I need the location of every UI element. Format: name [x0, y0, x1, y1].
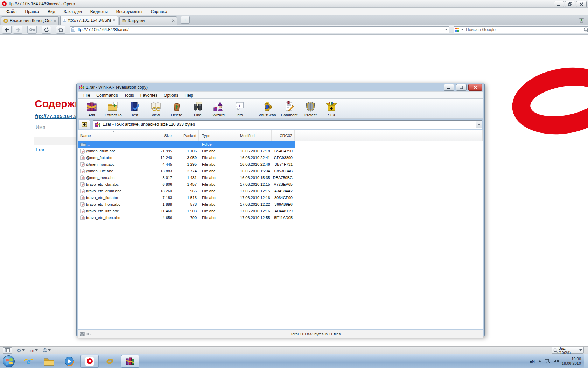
view-button[interactable]: View — [145, 100, 166, 117]
winrar-minimize-button[interactable] — [444, 84, 454, 91]
column-header-modified[interactable]: Modified — [238, 130, 272, 141]
file-row[interactable]: bravo_eto_horn.abc 1 888 578 File abc 17… — [78, 201, 483, 207]
abc-file-icon — [80, 149, 85, 154]
address-dropdown-icon[interactable] — [445, 29, 448, 30]
start-button[interactable] — [3, 355, 15, 367]
search-box[interactable] — [454, 26, 588, 33]
rar-file-link[interactable]: 1.rar — [35, 147, 44, 152]
winrar-menu-file[interactable]: File — [80, 93, 93, 98]
taskbar-explorer-button[interactable] — [40, 355, 58, 368]
hidden-icons-chevron-icon[interactable] — [538, 360, 541, 362]
search-input[interactable] — [465, 27, 582, 33]
menu-help[interactable]: Справка — [147, 8, 171, 15]
menu-bookmarks[interactable]: Закладки — [60, 8, 85, 15]
file-row[interactable]: @men_lute.abc 13 883 2 774 File abc 16.0… — [78, 168, 483, 174]
find-button[interactable]: Find — [187, 100, 208, 117]
up-one-level-button[interactable] — [79, 120, 90, 129]
column-header-crc32[interactable]: CRC32 — [272, 130, 295, 141]
file-row[interactable]: bravo_eto_flut.abc 7 183 1 513 File abc … — [78, 194, 483, 201]
search-icon[interactable] — [584, 27, 588, 32]
tab-close-icon[interactable] — [113, 18, 115, 23]
taskbar-lotro-button[interactable] — [101, 355, 119, 368]
test-button[interactable]: Test — [124, 100, 145, 117]
winrar-close-button[interactable] — [468, 84, 482, 91]
combo-dropdown-icon[interactable] — [476, 121, 482, 128]
opera-unite-button[interactable] — [43, 348, 51, 353]
home-button[interactable] — [56, 26, 65, 34]
column-header-size[interactable]: Size — [149, 130, 174, 141]
zoom-control[interactable]: Вид (100%) — [552, 347, 584, 354]
ftp-folder-link[interactable]: ftp://77.105.164.8 — [35, 113, 77, 119]
wizard-button[interactable]: Wizard — [208, 100, 229, 117]
tab-close-icon[interactable] — [172, 18, 175, 23]
winrar-menu-commands[interactable]: Commands — [93, 93, 120, 98]
menu-edit[interactable]: Правка — [22, 8, 43, 15]
file-row[interactable]: @men_horn.abc 4 445 1 295 File abc 16.06… — [78, 161, 483, 168]
opera-link-button[interactable] — [17, 348, 25, 353]
tab-close-icon[interactable] — [54, 18, 56, 23]
clock[interactable]: 19:00 18.06.2010 — [562, 357, 581, 366]
winrar-menu-options[interactable]: Options — [161, 93, 181, 98]
winrar-menu-help[interactable]: Help — [182, 93, 196, 98]
folder-icon — [80, 142, 86, 146]
closed-tabs-trash-button[interactable] — [577, 16, 586, 24]
status-total: Total 110 833 bytes in 11 files — [288, 332, 483, 336]
tab-ftp-shared[interactable]: ftp://77.105.164.84/Sha... — [60, 16, 118, 25]
address-input[interactable] — [77, 27, 443, 33]
add-button[interactable]: Add — [81, 100, 102, 117]
delete-button[interactable]: Delete — [166, 100, 187, 117]
tab-lotro[interactable]: Властелин Колец Онл... — [1, 16, 59, 25]
extract-to-button[interactable]: Extract To — [102, 100, 124, 117]
taskbar-mediaplayer-button[interactable] — [60, 355, 78, 368]
browser-minimize-button[interactable] — [554, 1, 564, 7]
column-header-type[interactable]: Type — [199, 130, 238, 141]
file-row-parent-dir[interactable]: .. Folder — [78, 141, 483, 148]
winrar-title: 1.rar - WinRAR (evaluation copy) — [86, 85, 442, 90]
info-button[interactable]: i Info — [229, 100, 250, 117]
network-icon[interactable] — [545, 359, 551, 363]
column-header-packed[interactable]: Packed — [174, 130, 199, 141]
taskbar-ie-button[interactable]: e — [20, 355, 38, 368]
column-header-name[interactable]: Name — [78, 130, 149, 141]
info-bubble-icon: i — [234, 101, 245, 112]
winrar-maximize-button[interactable] — [456, 84, 467, 91]
back-button[interactable] — [2, 26, 12, 34]
menu-file[interactable]: Файл — [3, 8, 20, 15]
system-tray: EN 19:00 18.06.2010 — [530, 357, 584, 366]
key-button[interactable] — [27, 26, 37, 34]
archive-path-combo[interactable]: 1.rar - RAR archive, unpacked size 110 8… — [93, 120, 482, 129]
file-row[interactable]: @men_flut.abc 12 240 3 059 File abc 16.0… — [78, 154, 483, 161]
reload-button[interactable] — [42, 26, 51, 34]
address-bar[interactable] — [70, 26, 449, 33]
menu-view[interactable]: Вид — [44, 8, 59, 15]
virusscan-button[interactable]: VirusScan — [256, 100, 279, 117]
menu-tools[interactable]: Инструменты — [113, 8, 146, 15]
comment-button[interactable]: Comment — [279, 100, 300, 117]
browser-close-button[interactable] — [576, 1, 587, 7]
taskbar-winrar-button[interactable] — [121, 355, 139, 368]
tab-downloads[interactable]: Загрузки — [119, 16, 177, 25]
file-row[interactable]: @men_drum.abc 21 995 1 106 File abc 16.0… — [78, 148, 483, 154]
forward-button[interactable] — [13, 26, 22, 34]
opera-turbo-button[interactable] — [30, 348, 38, 353]
show-desktop-button[interactable] — [584, 354, 588, 368]
language-indicator[interactable]: EN — [530, 359, 535, 363]
file-row[interactable]: bravo_eto_theo.abc 4 656 790 File abc 17… — [78, 214, 483, 221]
volume-icon[interactable] — [554, 359, 559, 363]
sfx-button[interactable]: SFX — [321, 100, 342, 117]
file-row[interactable]: bravo_eto_clar.abc 6 806 1 457 File abc … — [78, 181, 483, 188]
winrar-titlebar[interactable]: 1.rar - WinRAR (evaluation copy) — [78, 83, 483, 91]
file-row[interactable]: bravo_eto_drum.abc 18 260 965 File abc 1… — [78, 188, 483, 194]
browser-restore-button[interactable] — [565, 1, 575, 7]
panels-button[interactable] — [3, 347, 12, 354]
taskbar-opera-button[interactable] — [80, 355, 99, 368]
parent-dir-link[interactable]: . — [35, 138, 37, 143]
search-engine-dropdown-icon[interactable] — [461, 29, 464, 30]
file-row[interactable]: @men_theo.abc 8 017 1 431 File abc 16.06… — [78, 174, 483, 181]
winrar-menu-favorites[interactable]: Favorites — [138, 93, 160, 98]
winrar-menu-tools[interactable]: Tools — [121, 93, 137, 98]
menu-widgets[interactable]: Виджеты — [87, 8, 111, 15]
new-tab-button[interactable]: + — [181, 16, 190, 24]
file-row[interactable]: bravo_eto_lute.abc 11 460 1 503 File abc… — [78, 207, 483, 214]
protect-button[interactable]: Protect — [300, 100, 321, 117]
